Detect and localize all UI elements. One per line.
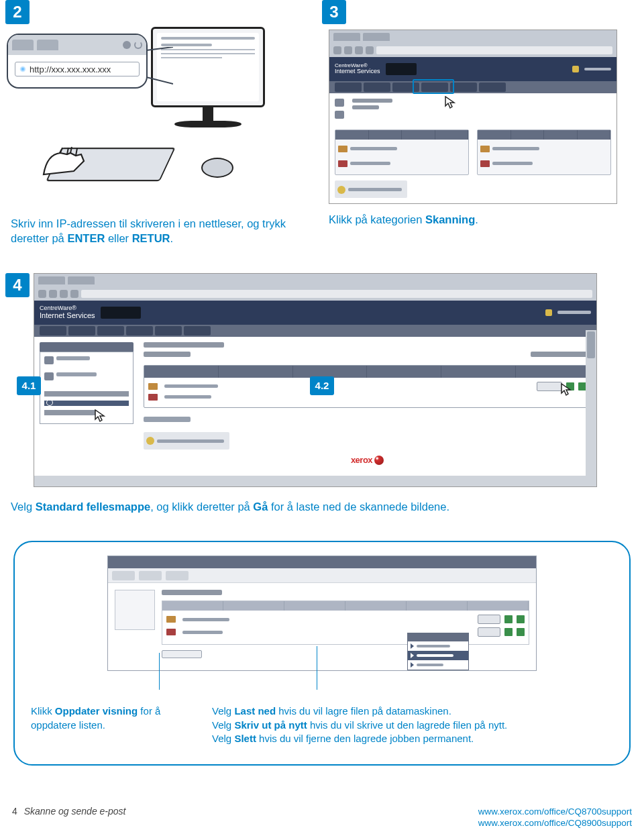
reload-icon[interactable] [60, 290, 68, 298]
sidebar-item-standard-folder[interactable] [44, 401, 129, 406]
detail-actions-instruction: Velg Last ned hvis du vil lagre filen på… [212, 704, 613, 745]
mini-sidebar [115, 590, 155, 630]
folder-icon [148, 394, 158, 401]
folder-icon [166, 616, 176, 623]
cursor-icon [95, 409, 105, 423]
step3-browser-mock: CentreWare® Internet Services [329, 30, 617, 204]
cursor-icon [561, 383, 572, 397]
refresh-view-button[interactable] [162, 650, 202, 658]
svg-line-1 [146, 77, 173, 84]
address-bar[interactable]: http://xxx.xxx.xxx.xxx [15, 62, 140, 76]
support-url-2: www.xerox.com/office/CQ8900support [478, 817, 632, 829]
nav-icon[interactable] [44, 356, 54, 364]
reload-icon[interactable] [355, 46, 363, 54]
stop-icon[interactable] [366, 46, 374, 54]
file-table [144, 365, 591, 408]
stop-icon[interactable] [70, 290, 78, 298]
centreware-header: CentreWare® Internet Services [34, 301, 596, 325]
folder-panel-left [335, 129, 469, 175]
detail-refresh-instruction: Klikk Oppdater visning for å oppdatere l… [31, 704, 185, 745]
forward-icon[interactable] [344, 46, 352, 54]
address-field[interactable] [376, 46, 612, 54]
page-number: 4 [12, 806, 17, 817]
nav-icon[interactable] [335, 99, 344, 107]
sidebar-panel [40, 342, 133, 424]
go-button[interactable] [478, 615, 500, 624]
step4-badge: 4 [5, 273, 30, 297]
url-text: http://xxx.xxx.xxx.xxx [30, 64, 111, 74]
step2-illustration: http://xxx.xxx.xxx.xxx [0, 0, 322, 208]
leader-line-left [159, 653, 160, 690]
step3-badge: 3 [322, 0, 346, 24]
step4-2-badge: 4.2 [310, 376, 334, 395]
go-button[interactable] [478, 627, 500, 637]
info-icon [146, 437, 154, 445]
forward-icon[interactable] [49, 290, 57, 298]
xerox-logo: xerox [144, 450, 591, 471]
nav-icon[interactable] [44, 372, 54, 380]
lock-icon [572, 66, 579, 72]
step3-instruction: Klikk på kategorien Skanning. [322, 204, 644, 227]
folder-icon [148, 383, 158, 390]
lock-icon [545, 309, 552, 316]
table-row[interactable] [166, 615, 525, 624]
table-row[interactable] [148, 382, 586, 391]
action-icon[interactable] [517, 615, 525, 623]
detail-callout-box: Klikk Oppdater visning for å oppdatere l… [13, 541, 631, 766]
dropdown-item-download[interactable] [408, 641, 468, 651]
back-icon[interactable] [38, 290, 46, 298]
nav-icon[interactable] [335, 111, 344, 119]
hands-typing-illustration [37, 134, 104, 181]
info-strip [144, 432, 229, 450]
detail-browser-mock [107, 556, 537, 671]
support-url-1: www.xerox.com/office/CQ8700support [478, 806, 632, 818]
svg-line-0 [146, 47, 173, 50]
leader-line-right [317, 646, 317, 690]
back-icon[interactable] [333, 46, 341, 54]
step4-instruction: Velg Standard fellesmappe, og klikk dere… [0, 487, 644, 514]
folder-icon [480, 160, 490, 167]
step4-1-badge: 4.1 [17, 376, 41, 395]
action-dropdown[interactable] [407, 633, 469, 670]
scanning-tab-highlight [413, 79, 454, 94]
dropdown-item-reprint[interactable] [408, 651, 468, 660]
cursor-icon [445, 96, 455, 109]
scrollbar-vertical[interactable] [586, 330, 596, 476]
step2-instruction: Skriv inn IP-adressen til skriveren i en… [0, 208, 322, 246]
download-icon[interactable] [504, 628, 513, 636]
folder-icon [338, 160, 347, 167]
page-footer: 4 Skanne og sende e-post www.xerox.com/o… [0, 806, 644, 829]
table-row[interactable] [148, 394, 586, 401]
mini-file-table [162, 600, 529, 645]
mouse-illustration [201, 158, 233, 178]
dropdown-item-delete[interactable] [408, 660, 468, 670]
folder-panel-right [477, 129, 611, 175]
action-icon[interactable] [517, 628, 525, 636]
centreware-header: CentreWare® Internet Services [329, 57, 616, 81]
folder-icon [338, 146, 347, 152]
scrollbar-horizontal[interactable] [34, 476, 596, 486]
info-strip [335, 180, 407, 198]
address-field[interactable] [81, 290, 592, 298]
footer-title: Skanne og sende e-post [24, 806, 126, 817]
go-button[interactable] [537, 382, 562, 391]
url-callout: http://xxx.xxx.xxx.xxx [7, 34, 148, 89]
reload-icon [134, 41, 142, 49]
info-icon [337, 186, 345, 194]
table-row[interactable] [166, 627, 525, 637]
folder-icon [480, 146, 490, 152]
download-icon[interactable] [504, 615, 513, 623]
stop-icon [123, 41, 131, 49]
folder-icon [166, 629, 176, 635]
